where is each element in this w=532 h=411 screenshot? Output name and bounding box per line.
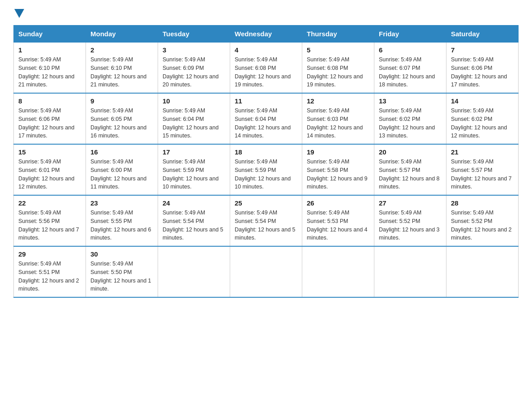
day-info: Sunrise: 5:49 AMSunset: 6:08 PMDaylight:… — [235, 56, 297, 89]
day-info: Sunrise: 5:49 AMSunset: 5:57 PMDaylight:… — [451, 158, 514, 191]
day-number: 21 — [451, 148, 514, 156]
day-number: 3 — [163, 46, 225, 54]
calendar-cell: 24Sunrise: 5:49 AMSunset: 5:54 PMDayligh… — [158, 195, 230, 246]
calendar-cell: 26Sunrise: 5:49 AMSunset: 5:53 PMDayligh… — [302, 195, 374, 246]
day-number: 15 — [18, 148, 81, 156]
day-number: 19 — [307, 148, 369, 156]
day-info: Sunrise: 5:49 AMSunset: 5:52 PMDaylight:… — [451, 209, 514, 242]
calendar-cell: 16Sunrise: 5:49 AMSunset: 6:00 PMDayligh… — [86, 144, 158, 195]
day-number: 23 — [90, 199, 153, 207]
calendar-cell: 3Sunrise: 5:49 AMSunset: 6:09 PMDaylight… — [158, 43, 230, 94]
calendar-cell: 20Sunrise: 5:49 AMSunset: 5:57 PMDayligh… — [374, 144, 446, 195]
day-info: Sunrise: 5:49 AMSunset: 6:02 PMDaylight:… — [451, 107, 514, 140]
svg-marker-0 — [14, 9, 24, 18]
day-number: 13 — [379, 97, 442, 105]
weekday-header-monday: Monday — [86, 26, 158, 43]
day-info: Sunrise: 5:49 AMSunset: 6:10 PMDaylight:… — [90, 56, 153, 89]
calendar-cell: 6Sunrise: 5:49 AMSunset: 6:07 PMDaylight… — [374, 43, 446, 94]
calendar-cell — [158, 246, 230, 297]
weekday-header-wednesday: Wednesday — [230, 26, 302, 43]
calendar-cell: 14Sunrise: 5:49 AMSunset: 6:02 PMDayligh… — [446, 93, 519, 144]
weekday-header-sunday: Sunday — [14, 26, 86, 43]
day-info: Sunrise: 5:49 AMSunset: 5:54 PMDaylight:… — [163, 209, 225, 242]
day-number: 30 — [90, 250, 153, 258]
day-number: 28 — [451, 199, 514, 207]
day-info: Sunrise: 5:49 AMSunset: 5:55 PMDaylight:… — [90, 209, 153, 242]
weekday-header-saturday: Saturday — [446, 26, 519, 43]
calendar-cell: 22Sunrise: 5:49 AMSunset: 5:56 PMDayligh… — [14, 195, 86, 246]
day-number: 2 — [90, 46, 153, 54]
calendar-cell — [374, 246, 446, 297]
day-info: Sunrise: 5:49 AMSunset: 6:04 PMDaylight:… — [235, 107, 297, 140]
day-number: 27 — [379, 199, 442, 207]
calendar-cell: 30Sunrise: 5:49 AMSunset: 5:50 PMDayligh… — [86, 246, 158, 297]
calendar-cell: 11Sunrise: 5:49 AMSunset: 6:04 PMDayligh… — [230, 93, 302, 144]
day-info: Sunrise: 5:49 AMSunset: 5:52 PMDaylight:… — [379, 209, 442, 242]
day-info: Sunrise: 5:49 AMSunset: 5:53 PMDaylight:… — [307, 209, 369, 242]
day-info: Sunrise: 5:49 AMSunset: 5:59 PMDaylight:… — [235, 158, 297, 191]
day-info: Sunrise: 5:49 AMSunset: 5:54 PMDaylight:… — [235, 209, 297, 242]
calendar-cell: 1Sunrise: 5:49 AMSunset: 6:10 PMDaylight… — [14, 43, 86, 94]
calendar-week-row: 8Sunrise: 5:49 AMSunset: 6:06 PMDaylight… — [14, 93, 519, 144]
calendar-week-row: 29Sunrise: 5:49 AMSunset: 5:51 PMDayligh… — [14, 246, 519, 297]
day-info: Sunrise: 5:49 AMSunset: 6:06 PMDaylight:… — [451, 56, 514, 89]
calendar-cell: 29Sunrise: 5:49 AMSunset: 5:51 PMDayligh… — [14, 246, 86, 297]
calendar-week-row: 22Sunrise: 5:49 AMSunset: 5:56 PMDayligh… — [14, 195, 519, 246]
calendar-cell: 7Sunrise: 5:49 AMSunset: 6:06 PMDaylight… — [446, 43, 519, 94]
day-info: Sunrise: 5:49 AMSunset: 5:51 PMDaylight:… — [18, 260, 81, 293]
calendar-cell — [446, 246, 519, 297]
day-number: 18 — [235, 148, 297, 156]
calendar-cell: 17Sunrise: 5:49 AMSunset: 5:59 PMDayligh… — [158, 144, 230, 195]
day-info: Sunrise: 5:49 AMSunset: 5:56 PMDaylight:… — [18, 209, 81, 242]
day-info: Sunrise: 5:49 AMSunset: 6:05 PMDaylight:… — [90, 107, 153, 140]
day-info: Sunrise: 5:49 AMSunset: 5:59 PMDaylight:… — [163, 158, 225, 191]
day-number: 20 — [379, 148, 442, 156]
day-info: Sunrise: 5:49 AMSunset: 6:07 PMDaylight:… — [379, 56, 442, 89]
day-number: 1 — [18, 46, 81, 54]
calendar-cell: 2Sunrise: 5:49 AMSunset: 6:10 PMDaylight… — [86, 43, 158, 94]
day-number: 9 — [90, 97, 153, 105]
day-info: Sunrise: 5:49 AMSunset: 6:02 PMDaylight:… — [379, 107, 442, 140]
day-number: 8 — [18, 97, 81, 105]
calendar-cell: 5Sunrise: 5:49 AMSunset: 6:08 PMDaylight… — [302, 43, 374, 94]
calendar-cell: 15Sunrise: 5:49 AMSunset: 6:01 PMDayligh… — [14, 144, 86, 195]
calendar-cell: 28Sunrise: 5:49 AMSunset: 5:52 PMDayligh… — [446, 195, 519, 246]
day-info: Sunrise: 5:49 AMSunset: 5:58 PMDaylight:… — [307, 158, 369, 191]
day-info: Sunrise: 5:49 AMSunset: 5:57 PMDaylight:… — [379, 158, 442, 191]
calendar-cell: 18Sunrise: 5:49 AMSunset: 5:59 PMDayligh… — [230, 144, 302, 195]
calendar-week-row: 15Sunrise: 5:49 AMSunset: 6:01 PMDayligh… — [14, 144, 519, 195]
day-number: 11 — [235, 97, 297, 105]
calendar-cell: 23Sunrise: 5:49 AMSunset: 5:55 PMDayligh… — [86, 195, 158, 246]
calendar-week-row: 1Sunrise: 5:49 AMSunset: 6:10 PMDaylight… — [14, 43, 519, 94]
day-number: 17 — [163, 148, 225, 156]
day-info: Sunrise: 5:49 AMSunset: 6:01 PMDaylight:… — [18, 158, 81, 191]
calendar-cell: 4Sunrise: 5:49 AMSunset: 6:08 PMDaylight… — [230, 43, 302, 94]
calendar-cell: 27Sunrise: 5:49 AMSunset: 5:52 PMDayligh… — [374, 195, 446, 246]
day-number: 14 — [451, 97, 514, 105]
day-info: Sunrise: 5:49 AMSunset: 6:09 PMDaylight:… — [163, 56, 225, 89]
calendar-cell: 9Sunrise: 5:49 AMSunset: 6:05 PMDaylight… — [86, 93, 158, 144]
page-header — [13, 9, 519, 16]
calendar-cell: 10Sunrise: 5:49 AMSunset: 6:04 PMDayligh… — [158, 93, 230, 144]
day-info: Sunrise: 5:49 AMSunset: 5:50 PMDaylight:… — [90, 260, 153, 293]
calendar-cell: 21Sunrise: 5:49 AMSunset: 5:57 PMDayligh… — [446, 144, 519, 195]
day-info: Sunrise: 5:49 AMSunset: 6:00 PMDaylight:… — [90, 158, 153, 191]
day-number: 26 — [307, 199, 369, 207]
day-number: 10 — [163, 97, 225, 105]
calendar-cell: 12Sunrise: 5:49 AMSunset: 6:03 PMDayligh… — [302, 93, 374, 144]
weekday-header-thursday: Thursday — [302, 26, 374, 43]
calendar-table: SundayMondayTuesdayWednesdayThursdayFrid… — [13, 25, 519, 298]
weekday-header-friday: Friday — [374, 26, 446, 43]
day-number: 5 — [307, 46, 369, 54]
day-number: 25 — [235, 199, 297, 207]
weekday-header-row: SundayMondayTuesdayWednesdayThursdayFrid… — [14, 26, 519, 43]
day-number: 6 — [379, 46, 442, 54]
day-number: 12 — [307, 97, 369, 105]
day-number: 7 — [451, 46, 514, 54]
day-number: 24 — [163, 199, 225, 207]
calendar-cell: 25Sunrise: 5:49 AMSunset: 5:54 PMDayligh… — [230, 195, 302, 246]
calendar-cell: 19Sunrise: 5:49 AMSunset: 5:58 PMDayligh… — [302, 144, 374, 195]
day-number: 29 — [18, 250, 81, 258]
day-info: Sunrise: 5:49 AMSunset: 6:10 PMDaylight:… — [18, 56, 81, 89]
calendar-cell — [302, 246, 374, 297]
